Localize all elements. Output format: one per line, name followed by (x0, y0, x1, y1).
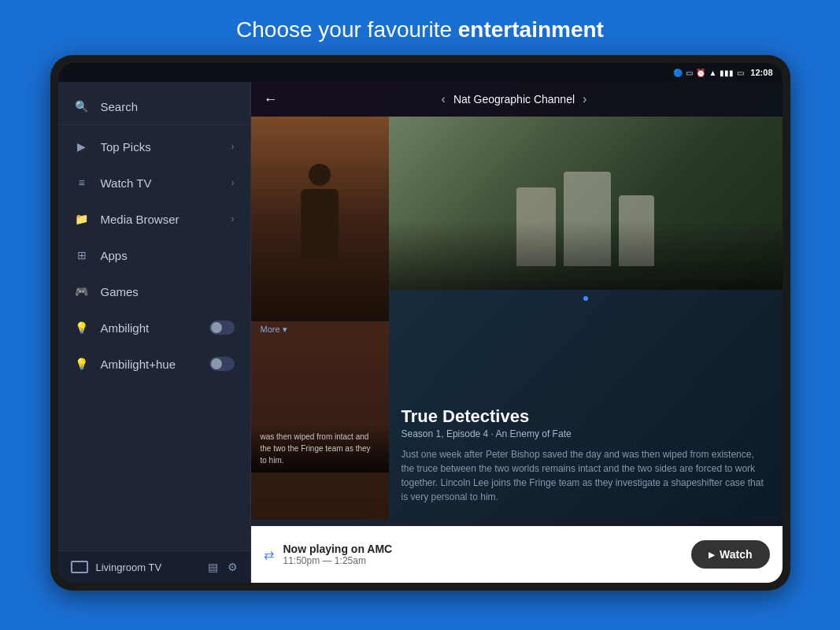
more-button[interactable]: More ▾ (251, 321, 389, 338)
person-image (251, 117, 389, 321)
main-content-card: True Detectives Season 1, Episode 4 · An… (389, 117, 783, 520)
tablet-frame: PHILIPS 🔵 ▭ ⏰ ▲ ▮▮▮ ▭ 12:08 🔍 (50, 55, 790, 591)
sidebar-item-label-watch-tv: Watch TV (101, 176, 220, 190)
sidebar: 🔍 Search ▶ Top Picks › ≡ Watch TV › (58, 82, 251, 583)
content-panel: ← ‹ Nat Geographic Channel › 018 NATIONA… (251, 82, 783, 583)
ambilight-hue-icon: 💡 (74, 356, 90, 372)
sidebar-item-label-ambilight: Ambilight (101, 321, 198, 335)
media-browser-icon: 📁 (74, 211, 90, 227)
now-playing-icon: ⇄ (264, 547, 274, 562)
channel-name-label: Nat Geographic Channel (453, 93, 575, 106)
left-content-card: was then wiped from intact and the two t… (251, 117, 389, 520)
sidebar-item-top-picks[interactable]: ▶ Top Picks › (58, 128, 250, 165)
bw-figure-1 (516, 187, 556, 266)
person-silhouette (296, 164, 343, 274)
bw-figures (516, 172, 654, 266)
sidebar-item-apps[interactable]: ⊞ Apps (58, 237, 250, 273)
show-title: True Detectives (401, 406, 770, 427)
watch-button[interactable]: Watch (691, 540, 769, 569)
sidebar-item-games[interactable]: 🎮 Games (58, 273, 250, 309)
footer-actions: ▤ ⚙ (208, 561, 238, 573)
bluetooth-icon: 🔵 (673, 69, 683, 77)
ambilight-icon: 💡 (74, 320, 90, 335)
sidebar-item-ambilight[interactable]: 💡 Ambilight (58, 309, 250, 346)
show-episode: Season 1, Episode 4 · An Enemy of Fate (401, 428, 770, 439)
dot-indicator (583, 290, 588, 304)
sidebar-item-ambilight-hue[interactable]: 💡 Ambilight+hue (58, 346, 250, 382)
sidebar-footer: Livingroom TV ▤ ⚙ (58, 550, 250, 583)
status-icons: 🔵 ▭ ⏰ ▲ ▮▮▮ ▭ 12:08 (673, 68, 772, 77)
sidebar-item-label-apps: Apps (101, 249, 235, 262)
chevron-right-icon: › (231, 141, 235, 152)
ambilight-hue-toggle[interactable] (209, 357, 235, 371)
main-area: 🔍 Search ▶ Top Picks › ≡ Watch TV › (58, 82, 783, 583)
search-icon: 🔍 (74, 98, 90, 114)
sidebar-item-label-search: Search (101, 100, 235, 113)
top-picks-icon: ▶ (74, 139, 90, 154)
signal-icon: ▮▮▮ (720, 69, 734, 77)
watch-tv-icon: ≡ (74, 175, 90, 191)
person-body (301, 189, 339, 260)
now-playing-bar: ⇄ Now playing on AMC 11:50pm — 1:25am Wa… (251, 526, 783, 583)
carousel-dot[interactable] (583, 296, 588, 301)
clock-icon: ⏰ (696, 69, 705, 77)
historical-photo (389, 117, 783, 290)
left-overlay-text: was then wiped from intact and the two t… (251, 424, 389, 472)
sidebar-item-media-browser[interactable]: 📁 Media Browser › (58, 201, 250, 237)
sidebar-item-label-top-picks: Top Picks (101, 140, 220, 154)
now-playing-info: Now playing on AMC 11:50pm — 1:25am (283, 543, 683, 566)
tv-icon (71, 561, 88, 573)
now-playing-channel: Now playing on AMC (283, 543, 683, 555)
sidebar-menu: 🔍 Search ▶ Top Picks › ≡ Watch TV › (58, 82, 250, 550)
channel-nav: ‹ Nat Geographic Channel › (442, 92, 587, 106)
tablet-screen: 🔵 ▭ ⏰ ▲ ▮▮▮ ▭ 12:08 🔍 Search (58, 63, 783, 583)
wifi-icon: ▲ (709, 69, 716, 77)
chevron-right-icon-2: › (231, 177, 235, 188)
person-head (309, 164, 331, 186)
time-display: 12:08 (750, 68, 772, 77)
sidebar-item-search[interactable]: 🔍 Search (58, 88, 250, 125)
games-icon: 🎮 (74, 284, 90, 299)
sidebar-item-label-ambilight-hue: Ambilight+hue (101, 358, 198, 371)
chevron-right-icon-3: › (231, 213, 235, 224)
back-button[interactable]: ← (264, 91, 278, 108)
sidebar-item-label-games: Games (101, 285, 235, 298)
tv-name-label: Livingroom TV (96, 561, 200, 573)
battery-level-icon: ▭ (737, 69, 744, 77)
remote-icon[interactable]: ▤ (208, 561, 218, 573)
heading-bold: entertainment (458, 17, 604, 42)
show-description: Just one week after Peter Bishop saved t… (401, 447, 770, 504)
bw-figure-3 (619, 195, 654, 266)
page-heading: Choose your favourite entertainment (236, 17, 604, 43)
sidebar-item-label-media-browser: Media Browser (101, 213, 220, 226)
show-info: True Detectives Season 1, Episode 4 · An… (389, 406, 783, 504)
bw-figure-2 (564, 172, 611, 266)
channel-header: ← ‹ Nat Geographic Channel › (251, 82, 783, 117)
next-channel-button[interactable]: › (583, 92, 587, 106)
status-bar: 🔵 ▭ ⏰ ▲ ▮▮▮ ▭ 12:08 (58, 63, 783, 82)
settings-icon[interactable]: ⚙ (228, 561, 238, 573)
now-playing-time: 11:50pm — 1:25am (283, 555, 683, 566)
ambilight-toggle[interactable] (209, 321, 235, 335)
apps-icon: ⊞ (74, 247, 90, 263)
prev-channel-button[interactable]: ‹ (442, 92, 446, 106)
battery-icon: ▭ (686, 69, 693, 77)
content-area: was then wiped from intact and the two t… (251, 117, 783, 520)
heading-normal: Choose your favourite (236, 17, 458, 42)
sidebar-item-watch-tv[interactable]: ≡ Watch TV › (58, 165, 250, 201)
